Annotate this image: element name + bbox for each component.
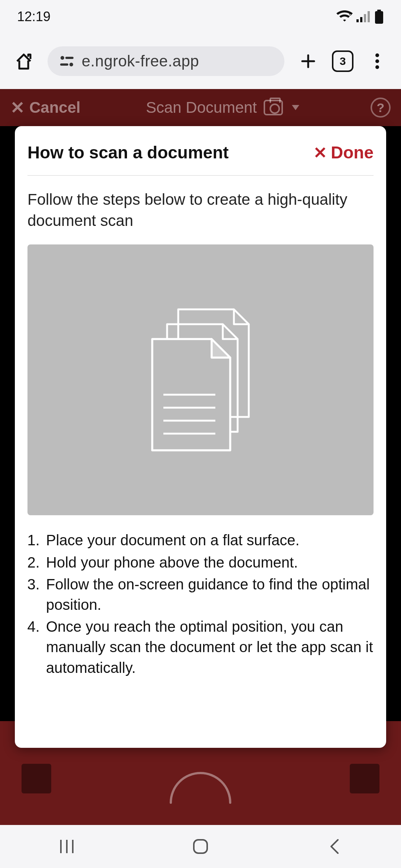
svg-rect-1 [356, 19, 359, 22]
help-button[interactable]: ? [371, 98, 391, 118]
url-text: e.ngrok-free.app [82, 52, 199, 70]
close-icon: ✕ [313, 143, 327, 162]
home-pill-icon [191, 837, 210, 856]
dock-slot [350, 764, 379, 793]
modal-title: How to scan a document [27, 142, 229, 162]
webview: ✕ Cancel Scan Document ? How to scan a d… [0, 89, 401, 825]
tab-count-button[interactable]: 3 [332, 50, 353, 72]
system-nav-bar [0, 825, 401, 868]
recents-icon [57, 838, 76, 855]
how-to-scan-modal: How to scan a document ✕ Done Follow the… [15, 126, 386, 748]
done-label: Done [331, 142, 374, 162]
steps-list: Place your document on a flat surface. H… [27, 530, 374, 679]
svg-rect-9 [60, 63, 68, 66]
home-button[interactable] [10, 48, 37, 75]
svg-point-10 [69, 63, 73, 66]
step-item: Follow the on-screen guidance to find th… [44, 574, 374, 615]
step-item: Place your document on a flat surface. [44, 530, 374, 550]
svg-rect-5 [377, 10, 381, 11]
documents-stack-icon [137, 302, 264, 458]
url-bar[interactable]: e.ngrok-free.app [48, 46, 284, 76]
svg-rect-2 [360, 17, 362, 22]
svg-rect-23 [194, 840, 207, 853]
home-button-sys[interactable] [163, 832, 238, 861]
site-settings-icon [59, 55, 75, 68]
signal-icon [356, 11, 371, 22]
svg-rect-4 [368, 11, 370, 22]
svg-point-15 [375, 65, 379, 69]
recents-button[interactable] [30, 832, 104, 861]
svg-rect-8 [65, 57, 74, 59]
browser-menu-button[interactable] [364, 48, 391, 75]
status-bar: 12:19 6 [0, 0, 401, 33]
browser-bar: e.ngrok-free.app 3 [0, 33, 401, 89]
chevron-down-icon [292, 105, 299, 110]
loading-arc [160, 758, 241, 810]
cancel-label: Cancel [29, 99, 81, 116]
close-icon: ✕ [10, 98, 25, 118]
svg-rect-3 [364, 14, 366, 22]
plus-icon [299, 52, 317, 70]
status-time: 12:19 [17, 9, 50, 24]
battery-icon [374, 10, 384, 24]
step-item: Hold your phone above the document. [44, 552, 374, 573]
app-title: Scan Document [146, 99, 257, 116]
svg-point-7 [61, 56, 64, 60]
svg-point-14 [375, 59, 379, 63]
chevron-left-icon [327, 837, 341, 856]
wifi-icon: 6 [336, 10, 353, 23]
status-icons: 6 [336, 10, 384, 24]
svg-point-13 [375, 53, 379, 57]
step-item: Once you reach the optimal position, you… [44, 617, 374, 678]
dock-slot [22, 764, 51, 793]
camera-icon [264, 100, 283, 115]
app-header: ✕ Cancel Scan Document ? [0, 89, 401, 126]
documents-illustration [27, 244, 374, 515]
modal-intro: Follow the steps below to create a high-… [27, 189, 374, 231]
tab-count-label: 3 [340, 55, 346, 68]
new-tab-button[interactable] [295, 48, 322, 75]
svg-rect-6 [375, 11, 383, 24]
home-icon [14, 52, 33, 71]
back-button[interactable] [297, 832, 371, 861]
more-vert-icon [375, 52, 379, 70]
cancel-button[interactable]: ✕ Cancel [10, 98, 81, 118]
done-button[interactable]: ✕ Done [313, 142, 374, 162]
svg-text:6: 6 [349, 11, 352, 17]
